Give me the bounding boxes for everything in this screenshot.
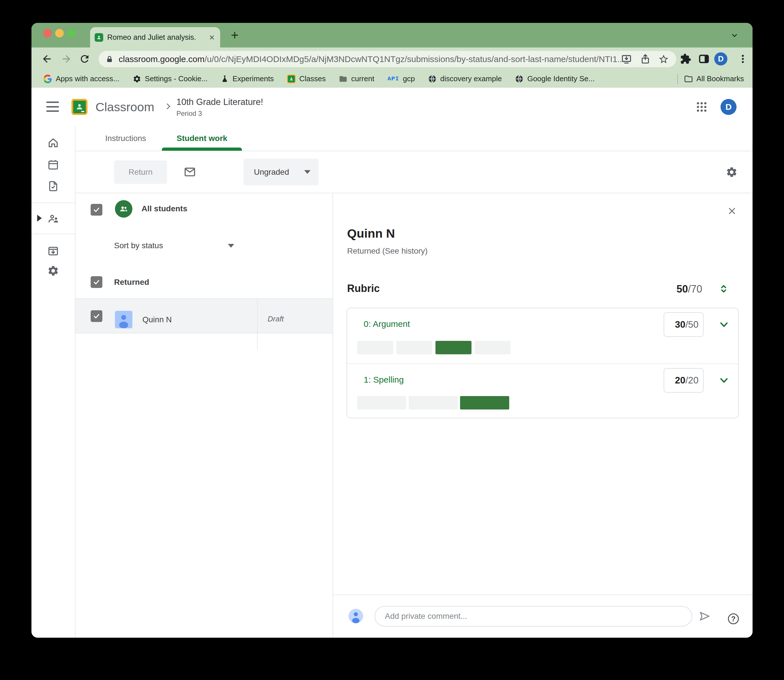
bookmark-star-icon[interactable] bbox=[658, 54, 669, 65]
address-bar[interactable]: classroom.google.com /u/0/c/NjEyMDI4ODIx… bbox=[99, 51, 676, 67]
api-icon: API bbox=[387, 76, 399, 82]
main-menu-hamburger-icon[interactable] bbox=[46, 102, 59, 112]
sidebar-item-settings[interactable] bbox=[47, 265, 59, 277]
sidebar-item-teaching[interactable] bbox=[47, 213, 60, 225]
rubric-level-row bbox=[357, 396, 512, 409]
zoom-window-button[interactable] bbox=[67, 29, 76, 38]
rubric-level-box-selected[interactable] bbox=[460, 396, 509, 409]
globe-icon bbox=[428, 75, 437, 83]
url-path: /u/0/c/NjEyMDI4ODIxMDg5/a/NjM3NDcwNTQ1NT… bbox=[205, 54, 625, 64]
private-comment-field[interactable] bbox=[375, 606, 692, 626]
google-apps-grid-icon[interactable] bbox=[695, 101, 708, 113]
globe-icon bbox=[515, 75, 524, 83]
chevron-down-icon bbox=[228, 244, 234, 248]
all-bookmarks-button[interactable]: All Bookmarks bbox=[684, 74, 744, 83]
expand-rubric-icon[interactable] bbox=[718, 283, 729, 294]
select-all-checkbox[interactable] bbox=[91, 204, 102, 216]
email-icon[interactable] bbox=[184, 165, 196, 178]
sidebar-item-home[interactable] bbox=[47, 137, 59, 149]
criterion-chevron-icon[interactable] bbox=[718, 374, 730, 386]
course-title[interactable]: 10th Grade Literature! bbox=[176, 97, 263, 107]
sidebar-item-archived[interactable] bbox=[47, 245, 59, 257]
rubric-level-box[interactable] bbox=[409, 396, 458, 409]
close-window-button[interactable] bbox=[43, 29, 52, 38]
share-icon[interactable] bbox=[640, 54, 651, 65]
assignment-tabs: Instructions Student work bbox=[76, 126, 753, 151]
gear-icon bbox=[133, 75, 141, 83]
bookmark-item[interactable]: Classes bbox=[287, 74, 326, 83]
tab-student-work[interactable]: Student work bbox=[176, 126, 228, 151]
tab-search-chevron-icon[interactable] bbox=[730, 31, 738, 39]
criterion-score-input[interactable]: 30/50 bbox=[664, 312, 704, 337]
browser-tab-strip: Romeo and Juliet analysis. bbox=[31, 23, 753, 47]
rubric-total-score: 50/70 bbox=[677, 283, 702, 295]
forward-button[interactable] bbox=[61, 53, 72, 65]
student-detail-panel: Quinn N Returned (See history) Rubric 50… bbox=[332, 193, 753, 638]
criterion-chevron-icon[interactable] bbox=[718, 318, 730, 331]
rubric-label: Rubric bbox=[347, 283, 380, 294]
private-comment-input[interactable] bbox=[375, 606, 692, 626]
close-panel-icon[interactable] bbox=[727, 206, 737, 216]
bookmark-item[interactable]: Google Identity Se... bbox=[515, 74, 595, 83]
bookmark-item[interactable]: Apps with access... bbox=[44, 74, 120, 83]
sort-dropdown[interactable]: Sort by status bbox=[114, 241, 234, 252]
rubric-level-box[interactable] bbox=[396, 341, 432, 354]
extensions-puzzle-icon[interactable] bbox=[680, 53, 691, 65]
return-button[interactable]: Return bbox=[114, 161, 167, 184]
criterion-title[interactable]: 0: Argument bbox=[364, 319, 410, 329]
back-button[interactable] bbox=[41, 53, 53, 65]
rubric-level-box[interactable] bbox=[357, 396, 406, 409]
rubric-level-box-selected[interactable] bbox=[436, 341, 471, 354]
student-row[interactable]: Quinn N bbox=[76, 298, 332, 334]
student-name: Quinn N bbox=[142, 315, 172, 324]
grading-settings-gear-icon[interactable] bbox=[726, 166, 738, 178]
product-name[interactable]: Classroom bbox=[96, 100, 154, 114]
browser-profile-avatar[interactable]: D bbox=[714, 52, 727, 66]
expand-caret-icon[interactable] bbox=[37, 215, 42, 222]
bookmark-item[interactable]: current bbox=[339, 74, 374, 83]
rubric-level-box[interactable] bbox=[357, 341, 393, 354]
rail-divider bbox=[31, 234, 75, 234]
bookmark-item[interactable]: Settings - Cookie... bbox=[133, 74, 208, 83]
grade-filter-dropdown[interactable]: Ungraded bbox=[244, 159, 318, 185]
rubric-level-box[interactable] bbox=[475, 341, 511, 354]
returned-group-checkbox[interactable] bbox=[91, 276, 102, 288]
bookmark-item[interactable]: Experiments bbox=[221, 74, 274, 83]
comment-divider bbox=[333, 595, 753, 595]
bookmarks-bar: Apps with access... Settings - Cookie...… bbox=[31, 70, 753, 88]
minimize-window-button[interactable] bbox=[55, 29, 64, 38]
sidebar-item-calendar[interactable] bbox=[47, 159, 59, 171]
help-icon[interactable]: ? bbox=[728, 613, 739, 624]
commenter-avatar bbox=[348, 609, 363, 623]
criterion-title[interactable]: 1: Spelling bbox=[364, 375, 404, 385]
student-avatar bbox=[115, 311, 132, 328]
list-column-divider bbox=[257, 298, 258, 350]
install-app-icon[interactable] bbox=[621, 54, 632, 65]
tab-instructions[interactable]: Instructions bbox=[102, 126, 149, 151]
flask-icon bbox=[221, 75, 229, 83]
bookmark-item[interactable]: discovery example bbox=[428, 74, 502, 83]
criterion-score-input[interactable]: 20/20 bbox=[664, 368, 704, 393]
navigation-rail bbox=[31, 126, 76, 638]
classroom-favicon-icon bbox=[94, 33, 103, 42]
sidebar-item-todo[interactable] bbox=[47, 180, 59, 192]
returned-group-label: Returned bbox=[114, 278, 149, 287]
detail-student-name: Quinn N bbox=[347, 227, 395, 241]
folder-icon bbox=[339, 75, 347, 83]
account-avatar[interactable]: D bbox=[721, 99, 737, 115]
student-row-checkbox[interactable] bbox=[91, 310, 102, 322]
send-comment-icon[interactable] bbox=[699, 610, 710, 622]
bookmark-item[interactable]: API gcp bbox=[387, 74, 415, 83]
browser-tab[interactable]: Romeo and Juliet analysis. bbox=[90, 27, 220, 47]
new-tab-button[interactable] bbox=[230, 30, 239, 40]
reload-button[interactable] bbox=[79, 53, 90, 65]
classroom-icon bbox=[287, 75, 296, 83]
all-students-label[interactable]: All students bbox=[142, 204, 187, 213]
rubric-card: 0: Argument 30/50 1: Spelling 20/2 bbox=[346, 308, 739, 418]
submission-status[interactable]: Returned (See history) bbox=[347, 247, 428, 256]
rubric-level-row bbox=[357, 341, 514, 354]
side-panel-icon[interactable] bbox=[698, 53, 710, 65]
browser-menu-kebab-icon[interactable] bbox=[737, 53, 749, 65]
close-tab-icon[interactable] bbox=[209, 34, 215, 41]
classroom-logo-icon[interactable] bbox=[71, 99, 88, 115]
